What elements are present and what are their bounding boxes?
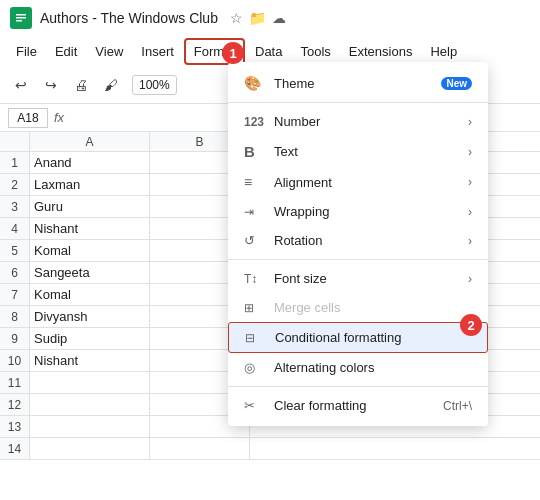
step-2-circle: 2 [460,314,482,336]
menu-item-rotation[interactable]: ↺ Rotation › [228,226,488,255]
rotation-arrow: › [468,234,472,248]
number-arrow: › [468,115,472,129]
bold-icon: B [244,143,264,160]
text-arrow: › [468,145,472,159]
cell-a7[interactable]: Komal [30,284,150,305]
zoom-level[interactable]: 100% [132,75,177,95]
title-icons: ☆ 📁 ☁ [230,10,286,26]
title-bar: Authors - The Windows Club ☆ 📁 ☁ [0,0,540,36]
merge-cells-label: Merge cells [274,300,472,315]
merge-icon: ⊞ [244,301,264,315]
row-number: 11 [0,372,30,393]
menu-help[interactable]: Help [422,40,465,63]
menu-extensions[interactable]: Extensions [341,40,421,63]
menu-item-number[interactable]: 123 Number › [228,107,488,136]
row-number: 7 [0,284,30,305]
cell-a4[interactable]: Nishant [30,218,150,239]
print-button[interactable]: 🖨 [68,72,94,98]
theme-label: Theme [274,76,433,91]
row-number: 9 [0,328,30,349]
row-number: 3 [0,196,30,217]
menu-item-text[interactable]: B Text › [228,136,488,167]
cell-a8[interactable]: Divyansh [30,306,150,327]
cell-b14[interactable] [150,438,250,459]
cloud-icon[interactable]: ☁ [272,10,286,26]
menu-tools[interactable]: Tools [292,40,338,63]
cell-a9[interactable]: Sudip [30,328,150,349]
menu-item-clear-formatting[interactable]: ✂ Clear formatting Ctrl+\ [228,391,488,420]
wrapping-label: Wrapping [274,204,468,219]
separator-3 [228,386,488,387]
row-number: 6 [0,262,30,283]
font-size-icon: T↕ [244,272,264,286]
step-1-circle: 1 [222,42,244,64]
clear-formatting-icon: ✂ [244,398,264,413]
clear-formatting-label: Clear formatting [274,398,443,413]
alignment-arrow: › [468,175,472,189]
cell-a10[interactable]: Nishant [30,350,150,371]
cell-a5[interactable]: Komal [30,240,150,261]
cell-a6[interactable]: Sangeeta [30,262,150,283]
cell-reference[interactable]: A18 [8,108,48,128]
conditional-formatting-label: Conditional formatting [275,330,471,345]
row-number: 12 [0,394,30,415]
wrapping-icon: ⇥ [244,205,264,219]
menu-view[interactable]: View [87,40,131,63]
menu-item-merge-cells: ⊞ Merge cells [228,293,488,322]
cell-a1[interactable]: Anand [30,152,150,173]
cell-a11[interactable] [30,372,150,393]
wrapping-arrow: › [468,205,472,219]
text-label: Text [274,144,468,159]
alternating-colors-icon: ◎ [244,360,264,375]
redo-button[interactable]: ↪ [38,72,64,98]
svg-rect-1 [16,14,26,16]
alignment-icon: ≡ [244,174,264,190]
font-size-arrow: › [468,272,472,286]
format-dropdown: 🎨 Theme New 123 Number › B Text › ≡ Alig… [228,62,488,426]
folder-icon[interactable]: 📁 [249,10,266,26]
row-number: 10 [0,350,30,371]
col-header-a: A [30,132,150,151]
fx-label: fx [54,110,64,125]
sheets-logo [10,7,32,29]
alignment-label: Alignment [274,175,468,190]
svg-rect-3 [16,20,22,22]
row-number: 14 [0,438,30,459]
menu-edit[interactable]: Edit [47,40,85,63]
separator-1 [228,102,488,103]
cell-a13[interactable] [30,416,150,437]
row-number: 1 [0,152,30,173]
font-size-label: Font size [274,271,468,286]
undo-button[interactable]: ↩ [8,72,34,98]
cell-a14[interactable] [30,438,150,459]
menu-item-alternating-colors[interactable]: ◎ Alternating colors [228,353,488,382]
table-row: 14 [0,438,540,460]
menu-item-conditional-formatting[interactable]: ⊟ Conditional formatting [228,322,488,353]
menu-insert[interactable]: Insert [133,40,182,63]
menu-data[interactable]: Data [247,40,290,63]
cell-a12[interactable] [30,394,150,415]
cell-a2[interactable]: Laxman [30,174,150,195]
menu-item-alignment[interactable]: ≡ Alignment › [228,167,488,197]
document-title: Authors - The Windows Club [40,10,218,26]
menu-item-theme[interactable]: 🎨 Theme New [228,68,488,98]
svg-rect-2 [16,17,26,19]
cell-a3[interactable]: Guru [30,196,150,217]
star-icon[interactable]: ☆ [230,10,243,26]
number-label: Number [274,114,468,129]
alternating-colors-label: Alternating colors [274,360,472,375]
menu-file[interactable]: File [8,40,45,63]
row-number: 13 [0,416,30,437]
palette-icon: 🎨 [244,75,264,91]
row-number: 5 [0,240,30,261]
separator-2 [228,259,488,260]
row-number: 4 [0,218,30,239]
menu-item-font-size[interactable]: T↕ Font size › [228,264,488,293]
clear-formatting-shortcut: Ctrl+\ [443,399,472,413]
menu-item-wrapping[interactable]: ⇥ Wrapping › [228,197,488,226]
new-badge: New [441,77,472,90]
row-num-header [0,132,30,151]
paint-format-button[interactable]: 🖌 [98,72,124,98]
conditional-format-icon: ⊟ [245,331,265,345]
rotation-icon: ↺ [244,233,264,248]
